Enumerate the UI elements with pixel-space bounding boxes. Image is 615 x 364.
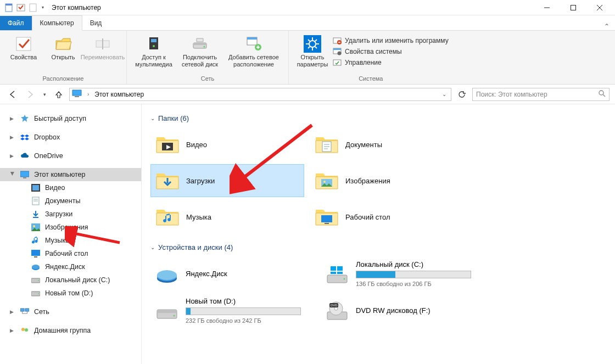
tab-computer[interactable]: Компьютер bbox=[32, 15, 82, 31]
section-devices-header[interactable]: ⌄ Устройства и диски (4) bbox=[150, 243, 610, 251]
collapse-ribbon-icon[interactable]: ⌃ bbox=[599, 19, 615, 30]
svg-rect-82 bbox=[331, 272, 336, 274]
svg-line-40 bbox=[603, 94, 605, 97]
hard-drive-icon bbox=[155, 299, 179, 323]
network-drive-icon bbox=[191, 35, 209, 53]
svg-point-39 bbox=[599, 91, 603, 95]
properties-button[interactable]: Свойства bbox=[4, 33, 43, 63]
back-button[interactable] bbox=[5, 88, 20, 101]
sidebar-item-network[interactable]: ▶Сеть bbox=[0, 305, 141, 318]
quick-access-toolbar: ▾ bbox=[3, 2, 46, 13]
svg-rect-37 bbox=[72, 90, 81, 96]
sidebar-item-documents[interactable]: Документы bbox=[0, 194, 141, 208]
system-properties-button[interactable]: Свойства системы bbox=[333, 47, 449, 56]
sidebar-item-downloads[interactable]: Загрузки bbox=[0, 208, 141, 221]
file-icon[interactable] bbox=[3, 2, 14, 13]
svg-point-54 bbox=[32, 265, 40, 269]
svg-rect-12 bbox=[151, 39, 156, 42]
address-bar[interactable]: › Этот компьютер ⌄ bbox=[69, 88, 451, 101]
sidebar-item-dropbox[interactable]: ▶ Dropbox bbox=[0, 131, 141, 144]
drive-usage-bar bbox=[356, 271, 471, 278]
sidebar-item-music[interactable]: Музыка bbox=[0, 234, 141, 247]
section-folders-header[interactable]: ⌄ Папки (6) bbox=[150, 114, 610, 122]
ribbon-group-network: Доступ к мультимедиа Подключить сетевой … bbox=[127, 31, 289, 84]
navigation-pane: ▶ Быстрый доступ ▶ Dropbox ▶ OneDrive ▶ … bbox=[0, 104, 142, 364]
open-settings-button[interactable]: Открыть параметры bbox=[293, 33, 332, 70]
folder-music[interactable]: Музыка bbox=[150, 200, 304, 233]
blank-doc-icon[interactable] bbox=[27, 2, 38, 13]
svg-rect-5 bbox=[571, 5, 576, 10]
qat-dropdown-icon[interactable]: ▾ bbox=[40, 2, 46, 13]
star-icon bbox=[20, 114, 30, 124]
sidebar-item-onedrive[interactable]: ▶ OneDrive bbox=[0, 149, 141, 163]
uninstall-program-button[interactable]: Удалить или изменить программу bbox=[333, 36, 449, 45]
ribbon: Свойства Открыть Переименовать Расположе… bbox=[0, 31, 615, 85]
sidebar-item-this-pc[interactable]: ▶ Этот компьютер bbox=[0, 168, 141, 181]
sidebar-item-pictures[interactable]: Изображения bbox=[0, 221, 141, 234]
chevron-right-icon[interactable]: › bbox=[85, 91, 91, 97]
pc-icon bbox=[20, 170, 30, 180]
window-title: Этот компьютер bbox=[52, 4, 101, 12]
svg-point-77 bbox=[157, 270, 177, 280]
folders-grid: Видео Документы Загрузки И bbox=[150, 128, 610, 233]
svg-rect-85 bbox=[157, 310, 177, 313]
svg-rect-38 bbox=[75, 96, 79, 97]
drive-new-volume-d[interactable]: Новый том (D:) 232 ГБ свободно из 242 ГБ bbox=[150, 294, 315, 327]
sidebar-item-videos[interactable]: Видео bbox=[0, 181, 141, 194]
close-button[interactable] bbox=[588, 0, 612, 15]
pictures-folder-icon bbox=[315, 169, 339, 193]
sidebar-item-yandex-disk[interactable]: Яндекс.Диск bbox=[0, 260, 141, 273]
sidebar-item-quick-access[interactable]: ▶ Быстрый доступ bbox=[0, 112, 141, 125]
documents-folder-icon bbox=[315, 132, 339, 156]
forward-button[interactable] bbox=[23, 88, 37, 101]
sidebar-item-homegroup[interactable]: ▶Домашняя группа bbox=[0, 324, 141, 337]
search-box[interactable]: Поиск: Этот компьютер bbox=[472, 88, 610, 101]
tab-file[interactable]: Файл bbox=[0, 16, 32, 30]
up-button[interactable] bbox=[52, 88, 66, 101]
maximize-button[interactable] bbox=[561, 0, 585, 15]
drive-local-c[interactable]: Локальный диск (C:) 136 ГБ свободно из 2… bbox=[321, 257, 485, 290]
tab-view[interactable]: Вид bbox=[82, 16, 110, 30]
svg-point-13 bbox=[153, 45, 155, 47]
cloud-icon bbox=[20, 151, 30, 161]
ribbon-group-system: Открыть параметры Удалить или изменить п… bbox=[289, 31, 453, 84]
map-drive-button[interactable]: Подключить сетевой диск bbox=[177, 33, 222, 70]
group-label-system: Система bbox=[293, 75, 449, 83]
add-network-location-button[interactable]: Добавить сетевое расположение bbox=[223, 33, 284, 70]
media-access-button[interactable]: Доступ к мультимедиа bbox=[131, 33, 176, 70]
drive-usage-bar bbox=[186, 307, 301, 315]
open-button[interactable]: Открыть bbox=[44, 33, 82, 63]
chevron-down-icon[interactable]: ⌄ bbox=[440, 91, 449, 97]
pictures-icon bbox=[31, 222, 41, 232]
folder-videos[interactable]: Видео bbox=[150, 128, 304, 161]
dvd-drive-icon: DVD bbox=[325, 299, 349, 323]
homegroup-icon bbox=[20, 326, 30, 335]
content-area: ⌄ Папки (6) Видео Документы bbox=[142, 104, 615, 364]
sidebar-item-local-disk-c[interactable]: Локальный диск (C:) bbox=[0, 273, 141, 287]
videos-icon bbox=[31, 183, 41, 193]
svg-point-86 bbox=[174, 315, 175, 316]
refresh-button[interactable] bbox=[455, 88, 469, 101]
expand-icon[interactable]: ▶ bbox=[10, 116, 15, 121]
sidebar-item-new-volume-d[interactable]: Новый том (D:) bbox=[0, 287, 141, 300]
drive-dvd-rw-f[interactable]: DVD DVD RW дисковод (F:) bbox=[321, 294, 485, 327]
drive-yandex-disk[interactable]: Яндекс.Диск bbox=[150, 257, 315, 290]
navigation-bar: ▾ › Этот компьютер ⌄ Поиск: Этот компьют… bbox=[0, 85, 615, 104]
folder-downloads[interactable]: Загрузки bbox=[150, 164, 304, 197]
properties-icon[interactable] bbox=[15, 2, 26, 13]
svg-point-16 bbox=[204, 46, 205, 48]
devices-grid: Яндекс.Диск Локальный диск (C:) 136 ГБ с… bbox=[150, 257, 610, 327]
rename-button[interactable]: Переименовать bbox=[83, 33, 122, 63]
svg-point-56 bbox=[38, 280, 39, 281]
minimize-button[interactable] bbox=[535, 0, 559, 15]
breadcrumb-this-pc[interactable]: Этот компьютер bbox=[94, 91, 144, 98]
title-bar: ▾ Этот компьютер bbox=[0, 0, 615, 15]
manage-button[interactable]: Управление bbox=[333, 58, 449, 67]
folder-documents[interactable]: Документы bbox=[310, 128, 463, 161]
uninstall-icon bbox=[333, 36, 342, 45]
svg-rect-3 bbox=[30, 4, 36, 12]
sidebar-item-desktop[interactable]: Рабочий стол bbox=[0, 247, 141, 260]
recent-locations-button[interactable]: ▾ bbox=[41, 88, 48, 101]
folder-desktop[interactable]: Рабочий стол bbox=[310, 200, 463, 233]
folder-pictures[interactable]: Изображения bbox=[310, 164, 463, 197]
